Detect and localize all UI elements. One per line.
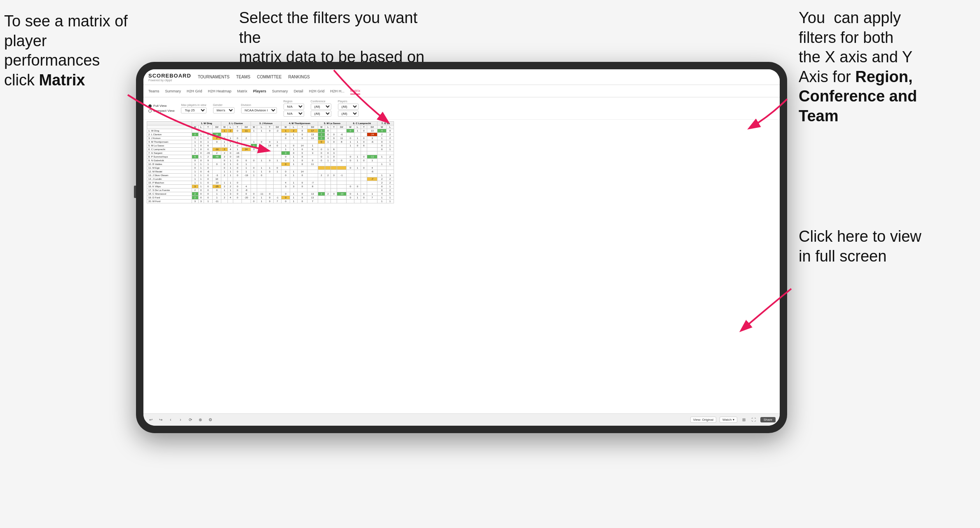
nav-tournaments[interactable]: TOURNAMENTS [198,74,230,80]
table-row: 14. J Lundin 11010 -7 22 [147,177,394,181]
settings-icon[interactable]: ⚙ [207,417,213,423]
filter-gender-select[interactable]: Men's [213,107,234,113]
table-row: 18. C Sherwood 2001 1300 0-110 01013 220… [147,192,394,196]
filter-players: Players (All) (All) [338,100,359,117]
redo-icon[interactable]: ↪ [157,417,164,423]
tab-summary2[interactable]: Summary [272,88,288,94]
filter-max-label: Max players in view [181,104,206,106]
filter-conference-select2[interactable]: (All) [311,111,331,117]
sh-t5: T [331,125,337,129]
fullscreen-icon[interactable]: ⛶ [750,417,757,423]
filter-division: Division NCAA Division I [241,104,277,113]
grid-icon[interactable]: ⊞ [741,417,747,423]
radio-compact-view[interactable]: Compact View [148,109,174,113]
header-wding: 1. W Ding [192,122,221,125]
sh-l5: L [325,125,331,129]
sh-t6: T [361,125,367,129]
row-player-3: 3. J Koivun [147,137,192,140]
tab-summary[interactable]: Summary [165,88,181,94]
forward-icon[interactable]: › [177,417,184,423]
annotation-left: To see a matrix of player performances c… [4,12,140,90]
tab-h2h-h[interactable]: H2H H... [330,88,345,94]
share-button[interactable]: Share [760,417,776,422]
filter-division-select[interactable]: NCAA Division I [241,107,277,113]
tab-matrix[interactable]: Matrix [237,88,248,94]
table-row: 1. W Ding 12011 110-2 12017 30 01013 40 [147,129,394,133]
back-icon[interactable]: ‹ [167,417,174,423]
row-player-16: 16. K Vilips [147,185,192,189]
sh-t4: T [297,125,307,129]
refresh-icon[interactable]: ⟳ [187,417,194,423]
matrix-table: 1. W Ding 2. L Clanton 3. J Koivun 4. M … [147,121,394,203]
sh-l7: L [387,125,394,129]
table-row: 12. M Riedel 10-6 1101 1101 0114 -6 [147,170,394,174]
sh-dif5: Dif [337,125,346,129]
table-row: 8. P Summerhays 512-48 20-16 010 010 010… [147,155,394,159]
filter-division-label: Division [241,104,277,106]
table-row: 19. D Ford 2001 240-20 010-1 01013 0107 … [147,196,394,200]
sh-dif6: Dif [367,125,377,129]
filter-max-select[interactable]: Top 25 [181,107,206,113]
logo-sub-text: Powered by clippd [148,79,191,82]
nav-teams[interactable]: TEAMS [236,74,250,80]
annotation-center: Select the filters you want thematrix da… [239,8,429,67]
row-player-18: 18. C Sherwood [147,192,192,196]
filter-players-label: Players [338,100,359,103]
undo-icon[interactable]: ↩ [148,417,154,423]
zoom-icon[interactable]: ⊕ [197,417,204,423]
matrix-area[interactable]: 1. W Ding 2. L Clanton 3. J Koivun 4. M … [143,120,780,413]
sh-w4: W [281,125,290,129]
tab-players[interactable]: Players [253,88,266,94]
radio-full-view[interactable]: Full View [148,104,174,108]
row-player-4: 4. M Thorbjornsen [147,140,192,144]
filter-max-players: Max players in view Top 25 [181,104,206,113]
table-row: 16. K Vilips 310-25 2204 3308 00 01 [147,185,394,189]
row-player-17: 17. S De La Fuente [147,189,192,192]
row-player-13: 13. J Skov Olesen [147,174,192,177]
table-row: 3. J Koivun 1102 0102 01013 04011 0103 1… [147,137,394,140]
row-player-2: 2. L Clanton [147,133,192,137]
sh-l3: L [257,125,266,129]
tab-h2h-grid2[interactable]: H2H Grid [309,88,325,94]
row-player-9: 9. N Gabrelcik [147,159,192,163]
nav-committee[interactable]: COMMITTEE [257,74,281,80]
filter-conference-select1[interactable]: (All) [311,104,331,110]
sh-w1: W [192,125,198,129]
row-player-19: 19. D Ford [147,196,192,200]
filter-conference-label: Conference [311,100,331,103]
tab-h2h-heatmap[interactable]: H2H Heatmap [208,88,232,94]
row-player-11: 11. M Ege [147,166,192,170]
full-view-label: Full View [153,104,166,108]
nav-rankings[interactable]: RANKINGS [288,74,309,80]
tab-matrix2[interactable]: Matrix [350,88,361,94]
table-row: 15. P Maichon 110-19 110 410-7 22 [147,181,394,185]
header-mlasasso: 5. M La Sasso [318,122,346,125]
row-player-10: 10. B Valdes [147,163,192,166]
top-nav: SCOREBOARD Powered by clippd TOURNAMENTS… [143,69,780,85]
filter-players-select2[interactable]: (All) [338,111,359,117]
filter-gender: Gender Men's [213,104,234,113]
filter-region-label: Region [284,100,304,103]
filter-region-select2[interactable]: N/A [284,111,304,117]
sh-w5: W [318,125,325,129]
sh-dif1: Dif [212,125,221,129]
watch-button[interactable]: Watch ▾ [720,417,737,423]
header-player [147,122,192,125]
table-row: 13. J Skov Olesen 110-3 210-19 10 010 22… [147,174,394,177]
table-row: 4. M Thorbjornsen 1010 101 1001 0108 110… [147,140,394,144]
view-label[interactable]: View: Original [690,417,716,423]
sh-dif4: Dif [307,125,318,129]
table-row: 17. S De La Fuente 2000 110-8 02 [147,189,394,192]
filter-region-select1[interactable]: N/A [284,104,304,110]
filter-gender-label: Gender [213,104,234,106]
filter-players-select1[interactable]: (All) [338,104,359,110]
tab-teams[interactable]: Teams [148,88,159,94]
filter-region: Region N/A N/A [284,100,304,117]
sh-t3: T [266,125,273,129]
row-player-12: 12. M Riedel [147,170,192,174]
sh-l1: L [198,125,204,129]
tab-detail[interactable]: Detail [294,88,303,94]
tablet-side-button [134,186,136,198]
tab-h2h-grid[interactable]: H2H Grid [187,88,202,94]
sh-t2: T [233,125,242,129]
